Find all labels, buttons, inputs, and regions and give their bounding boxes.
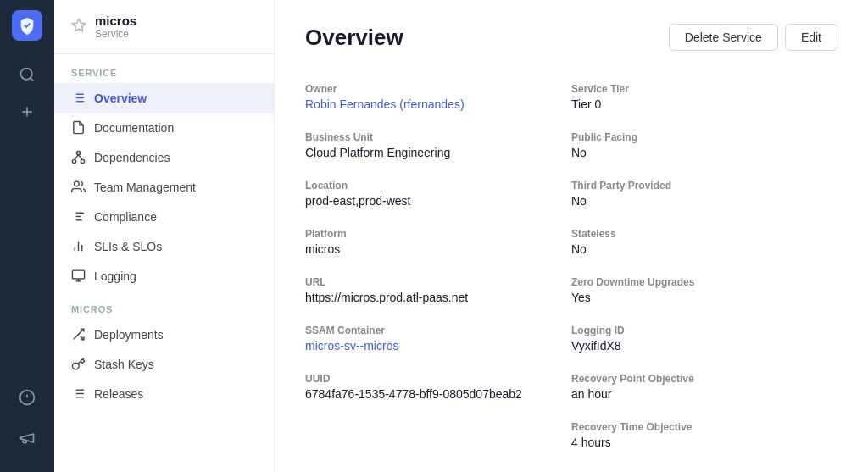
sidebar-item-team-management-label: Team Management <box>94 180 196 194</box>
rto-label: Recovery Time Objective <box>571 421 810 433</box>
sidebar-item-dependencies[interactable]: Dependencies <box>54 142 274 172</box>
logging-id-field: Logging ID VyxifIdX8 <box>571 316 837 364</box>
svg-line-17 <box>75 155 79 160</box>
third-party-field: Third Party Provided No <box>571 171 837 219</box>
micros-section-label: MICROS <box>54 291 274 319</box>
logging-id-value: VyxifIdX8 <box>571 339 810 353</box>
rpo-label: Recovery Point Objective <box>571 373 810 385</box>
overview-grid: Owner Robin Fernandes (rfernandes) Servi… <box>305 75 837 461</box>
svg-point-19 <box>75 181 80 186</box>
zero-downtime-value: Yes <box>571 291 810 304</box>
sidebar-item-logging[interactable]: Logging <box>54 261 274 291</box>
service-name: micros <box>95 14 136 28</box>
sidebar-item-releases-label: Releases <box>94 387 143 401</box>
service-title: micros Service <box>95 14 136 40</box>
sidebar-item-compliance-label: Compliance <box>94 210 157 224</box>
rto-spacer <box>305 413 571 461</box>
sidebar-item-slis-slos-label: SLIs & SLOs <box>94 240 162 253</box>
stateless-field: Stateless No <box>571 219 837 268</box>
business-unit-label: Business Unit <box>305 131 544 143</box>
svg-point-16 <box>81 159 84 163</box>
svg-point-15 <box>72 159 75 163</box>
stateless-value: No <box>571 242 810 256</box>
service-tier-value: Tier 0 <box>571 97 810 111</box>
sidebar-item-compliance[interactable]: Compliance <box>54 202 274 231</box>
edit-button[interactable]: Edit <box>785 24 837 51</box>
platform-field: Platform micros <box>305 219 571 268</box>
location-label: Location <box>305 180 544 192</box>
sidebar: micros Service SERVICE Overview Document… <box>54 0 275 472</box>
delete-service-button[interactable]: Delete Service <box>669 24 778 51</box>
owner-label: Owner <box>305 83 544 95</box>
svg-line-1 <box>31 78 34 81</box>
service-section-label: SERVICE <box>54 54 274 83</box>
app-logo[interactable] <box>12 10 42 41</box>
zero-downtime-label: Zero Downtime Upgrades <box>571 276 810 288</box>
platform-value: micros <box>305 242 544 256</box>
service-type: Service <box>95 28 136 40</box>
service-tier-label: Service Tier <box>571 83 810 95</box>
rpo-value: an hour <box>571 387 810 401</box>
platform-label: Platform <box>305 228 544 240</box>
svg-point-0 <box>21 69 32 80</box>
icon-bar <box>0 0 54 472</box>
add-button[interactable] <box>10 95 44 129</box>
header-actions: Delete Service Edit <box>669 24 837 51</box>
svg-point-14 <box>76 151 80 154</box>
rto-field: Recovery Time Objective 4 hours <box>571 413 837 461</box>
sidebar-item-deployments[interactable]: Deployments <box>54 319 274 349</box>
sidebar-item-team-management[interactable]: Team Management <box>54 172 274 202</box>
sidebar-item-stash-keys[interactable]: Stash Keys <box>54 349 274 379</box>
ssam-label: SSAM Container <box>305 325 544 336</box>
sidebar-item-deployments-label: Deployments <box>94 328 164 342</box>
rto-value: 4 hours <box>571 436 810 449</box>
logging-id-label: Logging ID <box>571 325 810 336</box>
svg-line-18 <box>79 155 83 160</box>
zero-downtime-field: Zero Downtime Upgrades Yes <box>571 268 837 316</box>
megaphone-button[interactable] <box>10 421 44 455</box>
business-unit-field: Business Unit Cloud Platform Engineering <box>305 123 571 171</box>
url-field: URL https://micros.prod.atl-paas.net <box>305 268 571 316</box>
sidebar-item-releases[interactable]: Releases <box>54 379 274 408</box>
sidebar-item-documentation[interactable]: Documentation <box>54 113 274 142</box>
public-facing-label: Public Facing <box>571 131 810 143</box>
sidebar-item-logging-label: Logging <box>94 269 136 283</box>
public-facing-value: No <box>571 146 810 159</box>
main-content: Overview Delete Service Edit Owner Robin… <box>275 0 868 472</box>
ssam-field: SSAM Container micros-sv--micros <box>305 316 571 364</box>
main-header: Overview Delete Service Edit <box>305 24 837 51</box>
third-party-label: Third Party Provided <box>571 180 810 192</box>
svg-marker-7 <box>73 19 86 31</box>
search-button[interactable] <box>10 58 44 92</box>
info-button[interactable] <box>10 380 44 414</box>
rpo-field: Recovery Point Objective an hour <box>571 364 837 413</box>
url-label: URL <box>305 276 544 288</box>
uuid-value: 6784fa76-1535-4778-bff9-0805d07beab2 <box>305 387 544 401</box>
page-title: Overview <box>305 25 403 51</box>
public-facing-field: Public Facing No <box>571 123 837 171</box>
uuid-field: UUID 6784fa76-1535-4778-bff9-0805d07beab… <box>305 364 571 413</box>
location-value: prod-east,prod-west <box>305 194 544 208</box>
business-unit-value: Cloud Platform Engineering <box>305 146 544 159</box>
sidebar-header: micros Service <box>54 0 274 54</box>
location-field: Location prod-east,prod-west <box>305 171 571 219</box>
favorite-button[interactable] <box>71 18 86 36</box>
ssam-value[interactable]: micros-sv--micros <box>305 339 544 353</box>
sidebar-item-documentation-label: Documentation <box>94 121 174 135</box>
url-value: https://micros.prod.atl-paas.net <box>305 291 544 304</box>
uuid-label: UUID <box>305 373 544 385</box>
owner-value[interactable]: Robin Fernandes (rfernandes) <box>305 97 544 111</box>
sidebar-item-overview-label: Overview <box>94 92 147 105</box>
third-party-value: No <box>571 194 810 208</box>
owner-field: Owner Robin Fernandes (rfernandes) <box>305 75 571 123</box>
sidebar-item-dependencies-label: Dependencies <box>94 151 170 164</box>
sidebar-item-slis-slos[interactable]: SLIs & SLOs <box>54 231 274 261</box>
sidebar-item-overview[interactable]: Overview <box>54 83 274 113</box>
sidebar-item-stash-keys-label: Stash Keys <box>94 358 154 371</box>
service-tier-field: Service Tier Tier 0 <box>571 75 837 123</box>
stateless-label: Stateless <box>571 228 810 240</box>
svg-rect-29 <box>72 270 84 279</box>
